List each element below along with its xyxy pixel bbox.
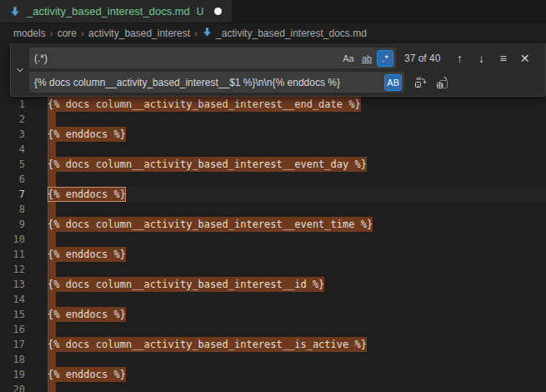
code-line-13[interactable]: 13{% docs column__activity_based_interes… (0, 277, 546, 292)
gutter-gap (25, 367, 48, 382)
gutter-gap (25, 352, 48, 367)
svg-text:c: c (417, 82, 419, 87)
gutter-gap (25, 262, 48, 277)
whole-word-button[interactable]: ab (358, 50, 375, 67)
replace-button[interactable]: ab c (411, 73, 428, 91)
tab-bar: _activity_based_interest_docs.md U (0, 0, 546, 23)
code-line-19[interactable]: 19{% enddocs %} (0, 367, 546, 382)
tab-filename: _activity_based_interest_docs.md (27, 5, 190, 18)
line-number: 13 (0, 277, 25, 292)
close-icon: ✕ (520, 52, 530, 65)
line-content (48, 382, 546, 392)
code-line-20[interactable]: 20 (0, 382, 546, 392)
line-number: 9 (0, 217, 25, 232)
line-number: 14 (0, 292, 25, 307)
editor-tab[interactable]: _activity_based_interest_docs.md U (0, 0, 232, 23)
breadcrumb-item-models[interactable]: models (13, 28, 46, 39)
replace-all-button[interactable]: ab (433, 73, 451, 91)
search-match-highlight (48, 382, 56, 392)
gutter-gap (25, 247, 48, 262)
line-number: 15 (0, 307, 25, 322)
line-content (48, 262, 546, 277)
unsaved-changes-dot[interactable] (214, 8, 222, 15)
line-content: {% enddocs %} (48, 367, 546, 382)
code-line-5[interactable]: 5{% docs column__activity_based_interest… (0, 157, 546, 172)
line-content (48, 352, 546, 367)
line-number: 2 (0, 112, 25, 127)
svg-text:ab: ab (438, 83, 443, 88)
breadcrumb: models › core › activity_based_interest … (0, 23, 546, 43)
search-match-highlight: {% enddocs %} (48, 127, 126, 142)
code-line-9[interactable]: 9{% docs column__activity_based_interest… (0, 217, 546, 232)
code-line-2[interactable]: 2 (0, 112, 546, 127)
replace-input[interactable] (29, 72, 384, 93)
code-line-1[interactable]: 1{% docs column__activity_based_interest… (0, 97, 546, 112)
search-match-highlight: {% enddocs %} (48, 307, 126, 322)
code-line-16[interactable]: 16 (0, 322, 546, 337)
gutter-gap (25, 307, 48, 322)
line-number: 6 (0, 172, 25, 187)
search-match-highlight: {% docs column__activity_based_interest_… (48, 157, 367, 172)
gutter-gap (25, 97, 48, 112)
line-number: 1 (0, 97, 25, 112)
line-number: 12 (0, 262, 25, 277)
line-content: {% enddocs %} (48, 307, 546, 322)
breadcrumb-file-label: _activity_based_interest_docs.md (216, 28, 367, 39)
breadcrumb-item-file[interactable]: _activity_based_interest_docs.md (202, 27, 367, 40)
next-match-button[interactable]: ↓ (473, 49, 490, 67)
code-line-15[interactable]: 15{% enddocs %} (0, 307, 546, 322)
line-content (48, 112, 546, 127)
search-match-highlight: {% docs column__activity_based_interest_… (48, 277, 324, 292)
line-number: 7 (0, 187, 25, 202)
code-line-11[interactable]: 11{% enddocs %} (0, 247, 546, 262)
code-line-3[interactable]: 3{% enddocs %} (0, 127, 546, 142)
selection-lines-icon: ≡ (499, 52, 506, 65)
chevron-down-icon (14, 64, 26, 76)
toggle-replace-button[interactable] (11, 43, 29, 96)
breadcrumb-item-core[interactable]: core (58, 28, 77, 39)
line-content: {% enddocs %} (48, 247, 546, 262)
line-number: 4 (0, 142, 25, 157)
match-case-button[interactable]: Aa (340, 50, 357, 67)
regex-button[interactable]: .* (377, 50, 393, 67)
code-line-14[interactable]: 14 (0, 292, 546, 307)
search-match-highlight: {% docs column__activity_based_interest_… (48, 97, 361, 112)
current-search-match: {% enddocs %} (48, 187, 126, 202)
find-results-count: 37 of 40 (404, 53, 440, 64)
code-line-18[interactable]: 18 (0, 352, 546, 367)
close-find-widget-button[interactable]: ✕ (516, 49, 533, 67)
find-input[interactable] (29, 48, 340, 68)
code-line-12[interactable]: 12 (0, 262, 546, 277)
code-line-10[interactable]: 10 (0, 232, 546, 247)
search-match-highlight: {% enddocs %} (48, 247, 126, 262)
replace-input-box: AB (29, 72, 404, 93)
code-line-17[interactable]: 17{% docs column__activity_based_interes… (0, 337, 546, 352)
code-line-4[interactable]: 4 (0, 142, 546, 157)
editor-lines: 1{% docs column__activity_based_interest… (0, 97, 546, 392)
search-match-highlight (48, 292, 56, 307)
find-in-selection-button[interactable]: ≡ (494, 49, 512, 67)
line-content (48, 232, 546, 247)
line-number: 11 (0, 247, 25, 262)
line-content: {% enddocs %} (48, 127, 546, 142)
chevron-right-icon: › (50, 28, 53, 39)
gutter-gap (25, 277, 48, 292)
code-line-6[interactable]: 6 (0, 172, 546, 187)
line-number: 20 (0, 382, 25, 392)
preserve-case-button[interactable]: AB (384, 74, 402, 91)
code-line-7[interactable]: 7{% enddocs %} (0, 187, 546, 202)
line-content: {% docs column__activity_based_interest_… (48, 277, 546, 292)
search-match-highlight (48, 232, 56, 247)
breadcrumb-item-activity-based-interest[interactable]: activity_based_interest (88, 28, 190, 39)
code-line-8[interactable]: 8 (0, 202, 546, 217)
gutter-gap (25, 127, 48, 142)
line-number: 5 (0, 157, 25, 172)
previous-match-button[interactable]: ↑ (451, 49, 468, 67)
gutter-gap (25, 142, 48, 157)
gutter-gap (25, 322, 48, 337)
line-content: {% docs column__activity_based_interest_… (48, 217, 546, 232)
line-content: {% docs column__activity_based_interest_… (48, 97, 546, 112)
gutter-gap (25, 187, 48, 202)
gutter-gap (25, 292, 48, 307)
line-content (48, 172, 546, 187)
